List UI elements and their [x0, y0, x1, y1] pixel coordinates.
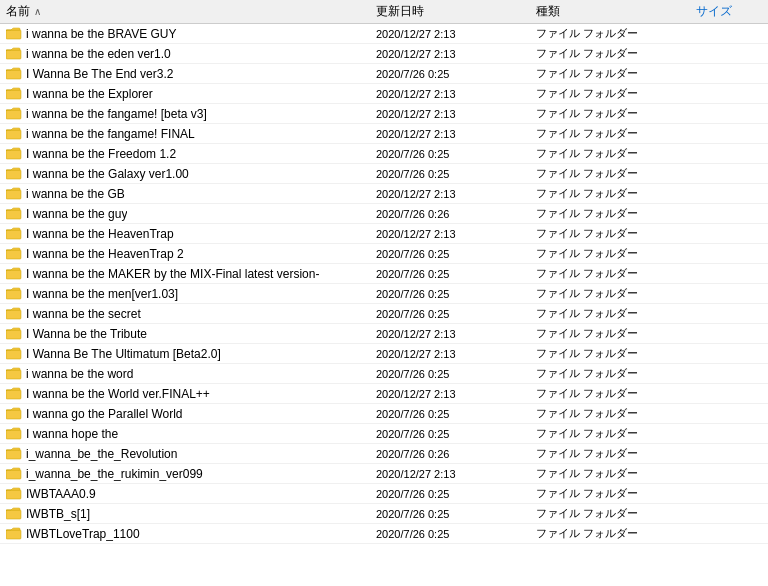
file-size-cell: [690, 273, 768, 275]
folder-icon: [6, 267, 22, 280]
file-name-cell: I Wanna Be The End ver3.2: [0, 66, 370, 82]
table-row[interactable]: I Wanna be the Tribute 2020/12/27 2:13 フ…: [0, 324, 768, 344]
file-name-cell: I wanna be the Explorer: [0, 86, 370, 102]
table-row[interactable]: i wanna be the GB 2020/12/27 2:13 ファイル フ…: [0, 184, 768, 204]
table-row[interactable]: i wanna be the BRAVE GUY 2020/12/27 2:13…: [0, 24, 768, 44]
folder-icon: [6, 67, 22, 80]
file-name-text: I wanna be the World ver.FINAL++: [26, 387, 210, 401]
table-row[interactable]: I Wanna Be The End ver3.2 2020/7/26 0:25…: [0, 64, 768, 84]
svg-rect-5: [6, 130, 21, 139]
table-row[interactable]: i wanna be the fangame! FINAL 2020/12/27…: [0, 124, 768, 144]
table-row[interactable]: I wanna be the Galaxy ver1.00 2020/7/26 …: [0, 164, 768, 184]
file-size-cell: [690, 393, 768, 395]
svg-rect-4: [6, 110, 21, 119]
file-size-cell: [690, 413, 768, 415]
file-name-cell: I Wanna Be The Ultimatum [Beta2.0]: [0, 346, 370, 362]
file-type-cell: ファイル フォルダー: [530, 425, 690, 442]
table-row[interactable]: I wanna hope the 2020/7/26 0:25 ファイル フォル…: [0, 424, 768, 444]
table-row[interactable]: i wanna be the fangame! [beta v3] 2020/1…: [0, 104, 768, 124]
svg-rect-25: [6, 530, 21, 539]
file-name-cell: i wanna be the GB: [0, 186, 370, 202]
file-type-cell: ファイル フォルダー: [530, 245, 690, 262]
table-row[interactable]: IWBTB_s[1] 2020/7/26 0:25 ファイル フォルダー: [0, 504, 768, 524]
file-type-cell: ファイル フォルダー: [530, 485, 690, 502]
file-size-cell: [690, 173, 768, 175]
file-type-cell: ファイル フォルダー: [530, 445, 690, 462]
svg-rect-8: [6, 190, 21, 199]
col-size-header[interactable]: サイズ: [690, 0, 768, 23]
file-name-text: I wanna be the MAKER by the MIX-Final la…: [26, 267, 319, 281]
table-row[interactable]: I Wanna Be The Ultimatum [Beta2.0] 2020/…: [0, 344, 768, 364]
file-rows-container: i wanna be the BRAVE GUY 2020/12/27 2:13…: [0, 24, 768, 544]
file-name-text: i wanna be the fangame! FINAL: [26, 127, 195, 141]
file-name-text: I wanna be the HeavenTrap 2: [26, 247, 184, 261]
file-size-cell: [690, 213, 768, 215]
col-name-header[interactable]: 名前 ∧: [0, 0, 370, 23]
table-row[interactable]: IWBTLoveTrap_1100 2020/7/26 0:25 ファイル フォ…: [0, 524, 768, 544]
table-row[interactable]: I wanna go the Parallel World 2020/7/26 …: [0, 404, 768, 424]
file-size-cell: [690, 253, 768, 255]
table-row[interactable]: i_wanna_be_the_rukimin_ver099 2020/12/27…: [0, 464, 768, 484]
table-row[interactable]: i wanna be the eden ver1.0 2020/12/27 2:…: [0, 44, 768, 64]
table-row[interactable]: I wanna be the secret 2020/7/26 0:25 ファイ…: [0, 304, 768, 324]
file-name-cell: i_wanna_be_the_rukimin_ver099: [0, 466, 370, 482]
svg-rect-20: [6, 430, 21, 439]
col-size-label: サイズ: [696, 4, 732, 18]
file-name-cell: IWBTB_s[1]: [0, 506, 370, 522]
table-row[interactable]: i_wanna_be_the_Revolution 2020/7/26 0:26…: [0, 444, 768, 464]
table-row[interactable]: I wanna be the Explorer 2020/12/27 2:13 …: [0, 84, 768, 104]
file-type-cell: ファイル フォルダー: [530, 45, 690, 62]
table-row[interactable]: I wanna be the Freedom 1.2 2020/7/26 0:2…: [0, 144, 768, 164]
svg-rect-24: [6, 510, 21, 519]
file-type-cell: ファイル フォルダー: [530, 325, 690, 342]
file-name-cell: i_wanna_be_the_Revolution: [0, 446, 370, 462]
folder-icon: [6, 527, 22, 540]
file-size-cell: [690, 193, 768, 195]
file-name-cell: I wanna be the Freedom 1.2: [0, 146, 370, 162]
file-size-cell: [690, 113, 768, 115]
file-type-cell: ファイル フォルダー: [530, 525, 690, 542]
file-type-cell: ファイル フォルダー: [530, 105, 690, 122]
file-type-cell: ファイル フォルダー: [530, 285, 690, 302]
file-size-cell: [690, 73, 768, 75]
file-name-text: IWBTLoveTrap_1100: [26, 527, 140, 541]
folder-icon: [6, 447, 22, 460]
file-type-cell: ファイル フォルダー: [530, 385, 690, 402]
table-row[interactable]: I wanna be the men[ver1.03] 2020/7/26 0:…: [0, 284, 768, 304]
file-size-cell: [690, 233, 768, 235]
file-list-container[interactable]: 名前 ∧ 更新日時 種類 サイズ i wanna be the BRAVE GU…: [0, 0, 768, 586]
file-date-cell: 2020/12/27 2:13: [370, 87, 530, 101]
col-date-header[interactable]: 更新日時: [370, 0, 530, 23]
folder-icon: [6, 327, 22, 340]
table-row[interactable]: IWBTAAA0.9 2020/7/26 0:25 ファイル フォルダー: [0, 484, 768, 504]
svg-rect-13: [6, 290, 21, 299]
file-date-cell: 2020/7/26 0:25: [370, 267, 530, 281]
file-size-cell: [690, 313, 768, 315]
file-name-cell: I wanna be the HeavenTrap: [0, 226, 370, 242]
file-type-cell: ファイル フォルダー: [530, 185, 690, 202]
folder-icon: [6, 347, 22, 360]
file-type-cell: ファイル フォルダー: [530, 65, 690, 82]
file-date-cell: 2020/7/26 0:25: [370, 307, 530, 321]
svg-rect-6: [6, 150, 21, 159]
file-date-cell: 2020/7/26 0:25: [370, 67, 530, 81]
table-row[interactable]: I wanna be the HeavenTrap 2020/12/27 2:1…: [0, 224, 768, 244]
col-type-header[interactable]: 種類: [530, 0, 690, 23]
file-type-cell: ファイル フォルダー: [530, 205, 690, 222]
table-row[interactable]: i wanna be the word 2020/7/26 0:25 ファイル …: [0, 364, 768, 384]
table-row[interactable]: I wanna be the World ver.FINAL++ 2020/12…: [0, 384, 768, 404]
table-row[interactable]: I wanna be the guy 2020/7/26 0:26 ファイル フ…: [0, 204, 768, 224]
file-name-cell: IWBTAAA0.9: [0, 486, 370, 502]
file-size-cell: [690, 373, 768, 375]
table-row[interactable]: I wanna be the HeavenTrap 2 2020/7/26 0:…: [0, 244, 768, 264]
file-name-text: i_wanna_be_the_rukimin_ver099: [26, 467, 203, 481]
file-name-text: IWBTAAA0.9: [26, 487, 96, 501]
file-date-cell: 2020/7/26 0:25: [370, 527, 530, 541]
svg-rect-2: [6, 70, 21, 79]
file-name-cell: I wanna hope the: [0, 426, 370, 442]
file-type-cell: ファイル フォルダー: [530, 505, 690, 522]
table-row[interactable]: I wanna be the MAKER by the MIX-Final la…: [0, 264, 768, 284]
file-type-cell: ファイル フォルダー: [530, 25, 690, 42]
file-date-cell: 2020/7/26 0:25: [370, 287, 530, 301]
svg-rect-7: [6, 170, 21, 179]
